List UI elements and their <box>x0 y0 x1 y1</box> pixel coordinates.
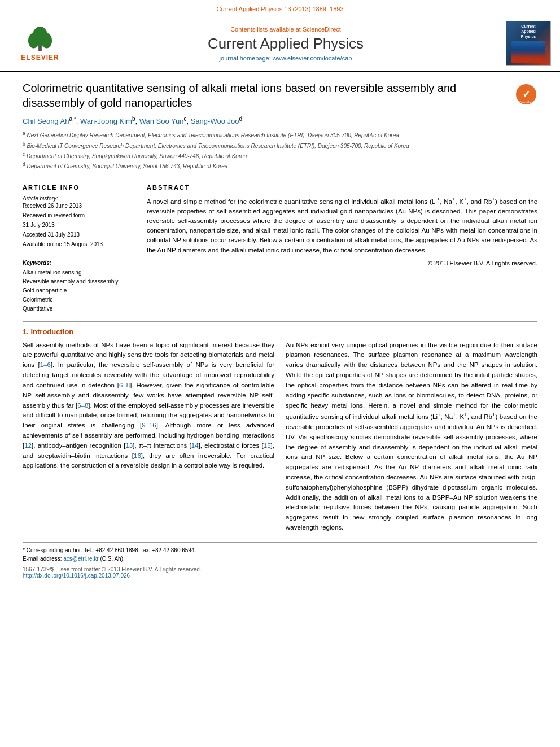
keywords-section: Keywords: Alkali metal ion sensing Rever… <box>23 260 126 313</box>
keyword-5: Quantitative <box>23 304 126 313</box>
email-note: E-mail address: acs@etri.re.kr (C.S. Ah)… <box>23 556 537 562</box>
affiliation-a: a Next Generation Display Research Depar… <box>23 130 537 139</box>
revised-label: Received in revised form <box>23 212 126 219</box>
crossmark-badge: ✓ CrossMark <box>515 83 537 108</box>
accepted-date: Accepted 31 July 2013 <box>23 231 126 238</box>
keyword-3: Gold nanoparticle <box>23 286 126 295</box>
author-email: acs@etri.re.kr <box>63 556 98 562</box>
journal-title: Current Applied Physics <box>71 35 500 53</box>
history-label: Article history: <box>23 195 126 202</box>
abstract-heading: ABSTRACT <box>147 184 537 191</box>
intro-number: 1. Introduction <box>23 327 73 336</box>
revised-date: 31 July 2013 <box>23 222 126 228</box>
abstract-panel: ABSTRACT A novel and simple method for t… <box>147 184 537 313</box>
elsevier-logo-area: ELSEVIER <box>9 25 71 62</box>
author-1: Chil Seong Ah <box>23 117 69 125</box>
keyword-1: Alkali metal ion sensing <box>23 268 126 277</box>
journal-banner: ELSEVIER Contents lists available at Sci… <box>0 16 560 72</box>
corresponding-author-note: * Corresponding author. Tel.: +82 42 860… <box>23 547 537 553</box>
authors-line: Chil Seong Aha,*, Wan-Joong Kimb, Wan So… <box>23 116 537 125</box>
sciencedirect-link: Contents lists available at ScienceDirec… <box>71 26 500 33</box>
intro-heading: 1. Introduction <box>23 327 537 336</box>
copyright-text: © 2013 Elsevier B.V. All rights reserved… <box>147 260 537 267</box>
intro-left-column: Self-assembly methods of NPs have been a… <box>23 340 274 533</box>
footer-strip: 1567-1739/$ – see front matter © 2013 El… <box>23 566 537 579</box>
banner-center: Contents lists available at ScienceDirec… <box>71 26 500 62</box>
received-date: Received 26 June 2013 <box>23 203 126 209</box>
footnote-area: * Corresponding author. Tel.: +82 42 860… <box>23 542 537 579</box>
article-title-section: Colorimetric quantitative sensing of alk… <box>23 81 537 110</box>
journal-header: Current Applied Physics 13 (2013) 1889–1… <box>0 0 560 16</box>
svg-text:✓: ✓ <box>522 89 531 100</box>
elsevier-brand-text: ELSEVIER <box>21 54 59 62</box>
affiliation-d: d Department of Chemistry, Soongsil Univ… <box>23 161 537 171</box>
divider-1 <box>23 178 537 178</box>
svg-point-3 <box>28 33 39 48</box>
info-abstract-section: ARTICLE INFO Article history: Received 2… <box>23 184 537 313</box>
affiliations: a Next Generation Display Research Depar… <box>23 130 537 171</box>
author-4: Sang-Woo Joo <box>191 117 239 125</box>
journal-cover-thumbnail: CurrentAppliedPhysics <box>506 21 551 66</box>
intro-two-columns: Self-assembly methods of NPs have been a… <box>23 340 537 533</box>
keywords-label: Keywords: <box>23 260 126 266</box>
available-date: Available online 15 August 2013 <box>23 241 126 247</box>
journal-homepage: journal homepage: www.elsevier.com/locat… <box>71 55 500 62</box>
article-info-heading: ARTICLE INFO <box>23 184 126 191</box>
issn-line: 1567-1739/$ – see front matter © 2013 El… <box>23 566 537 573</box>
keyword-2: Reversible assembly and disassembly <box>23 277 126 286</box>
intro-right-column: Au NPs exhibit very unique optical prope… <box>286 340 537 533</box>
svg-point-4 <box>41 33 52 48</box>
introduction-section: 1. Introduction Self-assembly methods of… <box>23 327 537 533</box>
crossmark-icon: ✓ CrossMark <box>515 83 537 106</box>
journal-reference: Current Applied Physics 13 (2013) 1889–1… <box>216 6 343 12</box>
article-info-panel: ARTICLE INFO Article history: Received 2… <box>23 184 135 313</box>
article-content: Colorimetric quantitative sensing of alk… <box>0 72 560 588</box>
keyword-4: Colorimetric <box>23 295 126 304</box>
abstract-text: A novel and simple method for the colori… <box>147 195 537 255</box>
affiliation-b: b Bio-Medical IT Convergence Research De… <box>23 141 537 150</box>
elsevier-tree-icon <box>23 25 57 54</box>
article-title: Colorimetric quantitative sensing of alk… <box>23 81 509 110</box>
svg-text:CrossMark: CrossMark <box>519 101 533 104</box>
author-3: Wan Soo Yun <box>139 117 184 125</box>
doi-link: http://dx.doi.org/10.1016/j.cap.2013.07.… <box>23 573 537 579</box>
author-2: Wan-Joong Kim <box>80 117 132 125</box>
elsevier-logo: ELSEVIER <box>9 25 71 62</box>
divider-2 <box>23 321 537 322</box>
affiliation-c: c Department of Chemistry, Sungkyunkwan … <box>23 151 537 160</box>
journal-thumbnail-area: CurrentAppliedPhysics <box>500 21 551 66</box>
